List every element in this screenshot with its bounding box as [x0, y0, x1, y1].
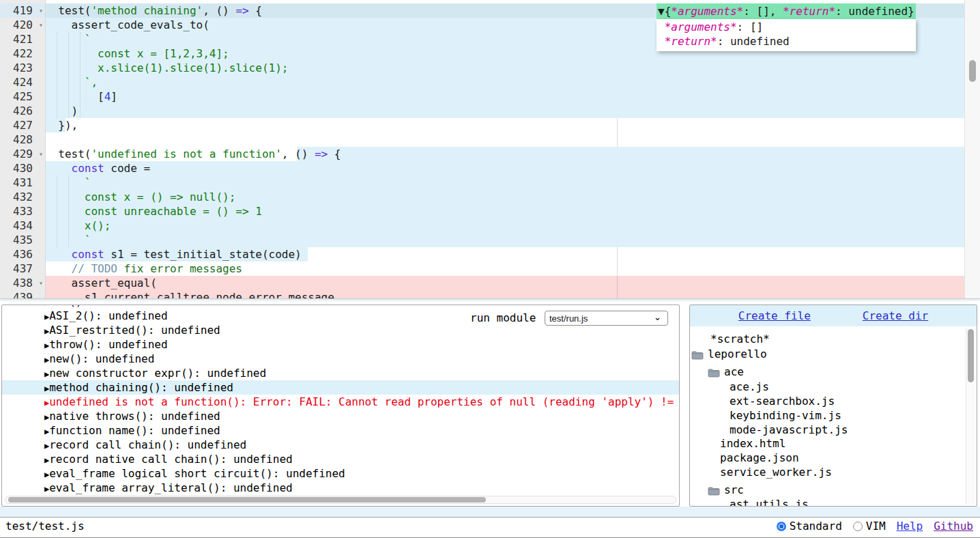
- test-result-label: throw(): undefined: [49, 338, 167, 351]
- code-line[interactable]: const x = () => null();: [45, 190, 965, 204]
- tree-item-file[interactable]: ace.js: [690, 380, 977, 394]
- test-result-label: method chaining(): undefined: [49, 381, 233, 394]
- value-explorer-tooltip[interactable]: ▼{*arguments*: [], *return*: undefined} …: [657, 3, 916, 51]
- tree-item-label: *scratch*: [710, 332, 770, 346]
- code-line-text: [4]: [45, 89, 965, 104]
- line-number: 435: [0, 233, 45, 247]
- code-line[interactable]: x();: [45, 218, 965, 233]
- tree-item-file[interactable]: ext-searchbox.js: [690, 394, 977, 408]
- code-token: [: [45, 90, 104, 103]
- tree-item-label: index.html: [720, 436, 786, 451]
- page-background-strip: [0, 507, 980, 517]
- value-explorer-row[interactable]: *arguments*: []: [658, 20, 909, 34]
- tree-item-folder[interactable]: ace: [690, 365, 977, 379]
- code-line[interactable]: }),: [45, 118, 965, 132]
- code-token: ▼{: [658, 5, 671, 18]
- code-editor[interactable]: 419▾420▾421422423424425426427428429▾4304…: [0, 0, 980, 299]
- tree-item-label: ext-searchbox.js: [730, 394, 835, 408]
- tree-item-file[interactable]: mode-javascript.js: [690, 423, 977, 437]
- run-module-select[interactable]: test/run.js: [545, 311, 668, 326]
- tree-item-file[interactable]: ast_utils.js: [690, 497, 977, 507]
- line-number: 432: [0, 190, 45, 204]
- code-line[interactable]: ): [45, 104, 965, 118]
- files-scrollbar-thumb[interactable]: [968, 329, 974, 382]
- status-bar-right: Standard VIM Help Github: [777, 520, 973, 533]
- current-file-path: test/test.js: [5, 520, 85, 533]
- tree-item-file[interactable]: keybinding-vim.js: [690, 408, 977, 423]
- test-result-row[interactable]: ▶new constructor expr(): undefined: [2, 366, 680, 380]
- line-number: 439: [0, 290, 45, 299]
- fold-toggle-icon[interactable]: ▾: [39, 277, 43, 289]
- test-result-row[interactable]: ▶throw(): undefined: [2, 337, 680, 352]
- tree-item-file[interactable]: index.html: [690, 436, 977, 451]
- test-result-label: new constructor expr(): undefined: [49, 367, 266, 380]
- code-line[interactable]: assert_equal(: [45, 276, 965, 290]
- test-result-row[interactable]: ▶function name(): undefined: [2, 423, 680, 438]
- code-token: *arguments*: [665, 20, 737, 33]
- radio-selected-icon[interactable]: [777, 522, 786, 531]
- list-scrollbar-thumb[interactable]: [8, 497, 486, 502]
- test-result-row[interactable]: ▶method chaining(): undefined: [2, 380, 680, 395]
- code-token: =>: [235, 4, 248, 17]
- code-token: }),: [45, 119, 78, 132]
- tree-item-file[interactable]: *scratch*: [690, 332, 977, 346]
- code-line[interactable]: const code =: [45, 161, 965, 175]
- test-result-row[interactable]: ▶eval_frame logical short circuit(): und…: [2, 466, 680, 481]
- tree-item-file[interactable]: package.json: [690, 451, 977, 465]
- code-line-text: ): [45, 104, 965, 118]
- code-line-text: const unreachable = () => 1: [45, 204, 965, 218]
- code-line-text: `: [45, 233, 965, 247]
- code-line[interactable]: [4]: [45, 89, 965, 104]
- test-result-row[interactable]: ▶new(): undefined: [2, 352, 680, 366]
- code-line[interactable]: const unreachable = () => 1: [45, 204, 965, 218]
- code-token: *return*: [783, 5, 835, 18]
- test-result-label: native throws(): undefined: [49, 410, 220, 423]
- code-token: : []: [737, 20, 764, 33]
- create-dir-link[interactable]: Create dir: [863, 309, 928, 322]
- value-explorer-body: *arguments*: [] *return*: undefined: [657, 19, 916, 51]
- tree-item-folder[interactable]: leporello: [690, 347, 977, 361]
- test-result-row[interactable]: ▶record call chain(): undefined: [2, 438, 680, 452]
- list-horizontal-scrollbar: [5, 496, 676, 504]
- test-result-row[interactable]: ▶record native call chain(): undefined: [2, 452, 680, 466]
- radio-unselected-icon[interactable]: [853, 522, 863, 531]
- test-result-row[interactable]: ▶eval_frame array_literal(): undefined: [2, 481, 680, 495]
- fold-toggle-icon[interactable]: ▾: [39, 18, 43, 31]
- code-token: x();: [45, 219, 111, 232]
- value-explorer-header[interactable]: ▼{*arguments*: [], *return*: undefined}: [657, 3, 916, 19]
- code-line[interactable]: `: [45, 175, 965, 190]
- tree-item-label: keybinding-vim.js: [730, 408, 841, 423]
- fold-toggle-icon[interactable]: ▾: [39, 4, 43, 17]
- code-token: : undefined}: [835, 5, 914, 18]
- line-number: 425: [0, 89, 45, 104]
- test-results-panel: ▶ASI(): undefined▶ASI_2(): undefined▶ASI…: [1, 305, 680, 507]
- code-line[interactable]: const s1 = test_initial_state(code): [45, 247, 965, 261]
- value-explorer-row[interactable]: *return*: undefined: [658, 34, 909, 48]
- code-line[interactable]: `,: [45, 75, 965, 89]
- code-line[interactable]: `: [45, 233, 965, 247]
- help-link[interactable]: Help: [897, 520, 923, 533]
- code-line[interactable]: [45, 132, 965, 147]
- code-line[interactable]: test('undefined is not a function', () =…: [45, 147, 965, 161]
- test-result-row[interactable]: ▶undefined is not a function(): Error: F…: [2, 395, 680, 409]
- code-token: `: [45, 233, 91, 246]
- code-line[interactable]: // TODO fix error messages: [45, 261, 965, 276]
- code-token: =>: [315, 147, 328, 160]
- editor-scrollbar-thumb[interactable]: [969, 60, 976, 82]
- code-token: , (): [203, 4, 235, 17]
- fold-toggle-icon[interactable]: ▾: [39, 147, 43, 160]
- code-token: 4: [104, 90, 111, 103]
- tree-item-file[interactable]: service_worker.js: [690, 465, 977, 479]
- tree-item-folder[interactable]: src: [690, 483, 977, 497]
- code-line[interactable]: x.slice(1).slice(1).slice(1);: [45, 61, 965, 75]
- code-token: `,: [45, 76, 98, 89]
- keybinding-vim-option[interactable]: VIM: [853, 520, 886, 533]
- code-token: assert_equal(: [45, 277, 157, 289]
- test-result-row[interactable]: ▶native throws(): undefined: [2, 409, 680, 423]
- keybinding-standard-option[interactable]: Standard: [777, 520, 842, 533]
- code-line[interactable]: s1.current_calltree_node.error.message,: [45, 290, 965, 299]
- github-link[interactable]: Github: [934, 520, 973, 533]
- create-file-link[interactable]: Create file: [738, 309, 811, 322]
- line-number: 424: [0, 75, 45, 89]
- line-number: 428: [0, 132, 45, 147]
